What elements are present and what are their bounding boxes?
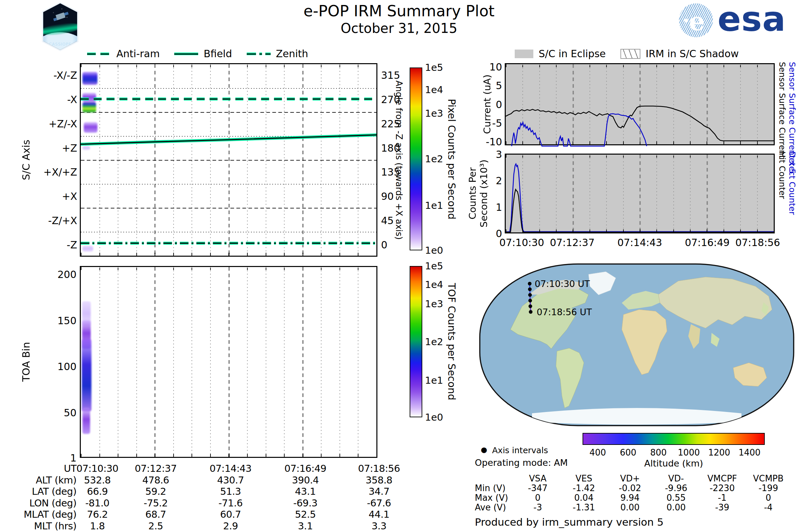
altitude-tick: 1200 xyxy=(708,448,730,457)
ephemeris-value: -81.0 xyxy=(86,497,110,509)
epop-irm-summary-page: CASSIOPE e-POP IRM Summary Plot October … xyxy=(0,0,798,532)
track-start-label: 07:10:30 UT xyxy=(535,279,590,289)
attitude-legend-item: Bfield xyxy=(174,48,232,59)
tof-colorbar-label: TOF Counts per Second xyxy=(445,266,457,417)
ephemeris-value: 51.3 xyxy=(220,486,241,497)
axis-intervals-marker-icon: ● xyxy=(481,445,487,454)
colorbar-tick: 1e1 xyxy=(425,375,443,386)
time-tick-label: 07:18:56 xyxy=(735,237,780,248)
colorbar-tick: 1e0 xyxy=(425,412,443,423)
esa-globe-e: e xyxy=(689,7,705,36)
page-date: October 31, 2015 xyxy=(0,21,798,36)
axis-intervals-label: Axis intervals xyxy=(492,445,548,455)
ytick-label: 3 xyxy=(496,148,502,160)
eclipse-legend-label: S/C in Eclipse xyxy=(539,48,606,59)
attitude-legend: Anti-ramBfieldZenith xyxy=(87,48,323,59)
ephemeris-value: 59.2 xyxy=(145,486,166,497)
ephemeris-value: 66.9 xyxy=(87,486,108,497)
attitude-legend-label: Zenith xyxy=(276,48,308,59)
counts-ylabel-line1: Counts Per xyxy=(467,154,478,233)
attitude-category-label: -X/-Z xyxy=(54,70,77,81)
ephemeris-value: 3.3 xyxy=(372,520,387,532)
eclipse-legend: S/C in EclipseIRM in S/C Shadow xyxy=(515,48,754,59)
voltage-value: -347 xyxy=(515,483,561,493)
colorbar-tick: 1e3 xyxy=(425,298,443,309)
voltage-value: 0.00 xyxy=(607,502,653,512)
ytick-label: 200 xyxy=(58,268,76,280)
toa-ytick-labels: 200150100501 xyxy=(43,266,76,458)
attitude-category-label: -Z xyxy=(67,239,77,250)
ephemeris-value: 07:12:37 xyxy=(135,463,176,474)
voltage-value: 0.04 xyxy=(561,493,607,503)
voltage-row: Ave (V)-3-1.310.000.00-39-4 xyxy=(475,502,791,512)
voltage-value: -199 xyxy=(745,483,791,493)
altitude-tick: 600 xyxy=(620,448,636,457)
voltage-value: -3 xyxy=(515,502,561,512)
ephemeris-row: LAT (deg)66.959.251.343.134.7 xyxy=(0,486,402,497)
altitude-tick: 800 xyxy=(650,448,667,457)
voltage-column-header: VD- xyxy=(653,474,699,483)
ytick-label: 0 xyxy=(496,98,502,110)
ephemeris-value: 76.2 xyxy=(87,509,108,520)
colorbar-tick: 1e4 xyxy=(425,84,443,95)
toa-spectrogram-blobs xyxy=(81,267,376,457)
ephemeris-row: MLT (hrs)1.82.52.93.13.3 xyxy=(0,520,402,532)
altitude-tick: 400 xyxy=(590,448,606,457)
ephemeris-value: 60.7 xyxy=(220,509,241,520)
colorbar-tick: 1e3 xyxy=(425,108,443,119)
colorbar-tick: 1e2 xyxy=(425,153,443,165)
toa-ylabel: TOA Bin xyxy=(19,266,33,458)
attitude-lines-svg xyxy=(81,64,376,256)
ephemeris-value: 07:10:30 xyxy=(76,463,118,474)
ephemeris-row: UT07:10:3007:12:3707:14:4307:16:4907:18:… xyxy=(0,463,402,474)
tof-colorbar xyxy=(410,266,422,417)
ephemeris-row: MLAT (deg)76.268.760.752.544.1 xyxy=(0,509,402,520)
ephemeris-value: 3.1 xyxy=(298,520,313,532)
esa-globe-icon: e xyxy=(679,3,713,37)
voltage-value: 0.55 xyxy=(653,493,699,503)
ephemeris-value: -67.6 xyxy=(367,497,391,509)
toa-blob xyxy=(82,339,92,411)
bfield-line-sample xyxy=(174,52,198,56)
voltage-value: -39 xyxy=(699,502,745,512)
attitude-category-label: -Z/+X xyxy=(48,214,77,226)
pixel-colorbar-label: Pixel Counts per Second xyxy=(445,68,457,250)
time-tick-label: 07:14:43 xyxy=(618,237,662,248)
current-plot xyxy=(505,63,775,145)
voltage-row-label: Min (V) xyxy=(475,483,515,493)
ytick-label: 1 xyxy=(70,452,76,464)
colorbar-tick: 1e5 xyxy=(425,62,443,73)
eclipse-legend-label: IRM in S/C Shadow xyxy=(646,48,739,59)
world-map xyxy=(479,263,795,426)
ephemeris-value: 43.1 xyxy=(295,486,316,497)
ephemeris-value: 358.8 xyxy=(366,474,393,486)
operating-mode-label: Operating mode: AM xyxy=(475,457,568,468)
counts-right-label-black: Hit Counter xyxy=(777,151,787,199)
voltage-value: -1.42 xyxy=(561,483,607,493)
voltage-column-header: VMCPF xyxy=(699,474,745,483)
attitude-right-axis-label: Angle from -Z axis (towards +X axis) xyxy=(393,63,405,257)
ephemeris-value: 68.7 xyxy=(145,509,166,520)
counts-right-label-blue: Detect Counter xyxy=(787,151,797,215)
attitude-legend-item: Anti-ram xyxy=(87,48,159,59)
attitude-category-label: +Z/-X xyxy=(49,118,77,129)
voltage-value: -9.96 xyxy=(653,483,699,493)
voltage-value: 0.00 xyxy=(653,502,699,512)
ytick-label: 1 xyxy=(496,201,502,213)
ephemeris-value: -75.2 xyxy=(144,497,168,509)
ephemeris-value: 430.7 xyxy=(217,474,244,486)
ephemeris-value: -69.3 xyxy=(293,497,318,509)
voltage-row-label: Max (V) xyxy=(475,493,515,503)
ephemeris-row: ALT (km)532.8478.6430.7390.4358.8 xyxy=(0,474,402,486)
ephemeris-row-label: UT xyxy=(64,463,76,474)
ytick-label: -5 xyxy=(492,117,502,129)
altitude-tick: 1400 xyxy=(739,448,760,457)
page-title: e-POP IRM Summary Plot xyxy=(0,2,798,20)
right-time-axis-labels: 07:10:3007:12:3707:14:4307:16:4907:18:56 xyxy=(505,237,775,250)
ephemeris-value: 52.5 xyxy=(295,509,316,520)
eclipse-swatch xyxy=(515,50,533,58)
altitude-colorbar-label: Altitude (km) xyxy=(583,458,765,469)
ephemeris-row-label: MLT (hrs) xyxy=(34,520,76,532)
attitude-legend-label: Bfield xyxy=(204,48,232,59)
ephemeris-value: 1.8 xyxy=(90,520,105,532)
